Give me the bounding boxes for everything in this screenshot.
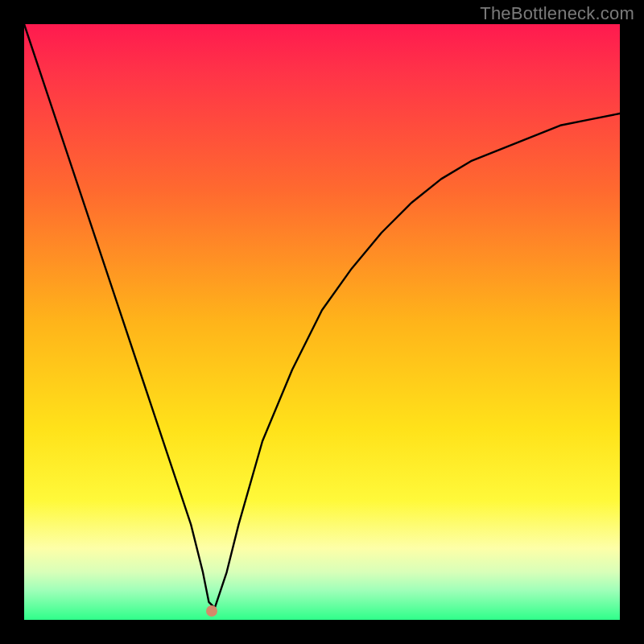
plot-area [24,24,620,620]
chart-frame: TheBottleneck.com [0,0,644,644]
optimum-marker [206,605,217,617]
watermark-text: TheBottleneck.com [480,3,634,24]
bottleneck-curve [24,24,620,620]
